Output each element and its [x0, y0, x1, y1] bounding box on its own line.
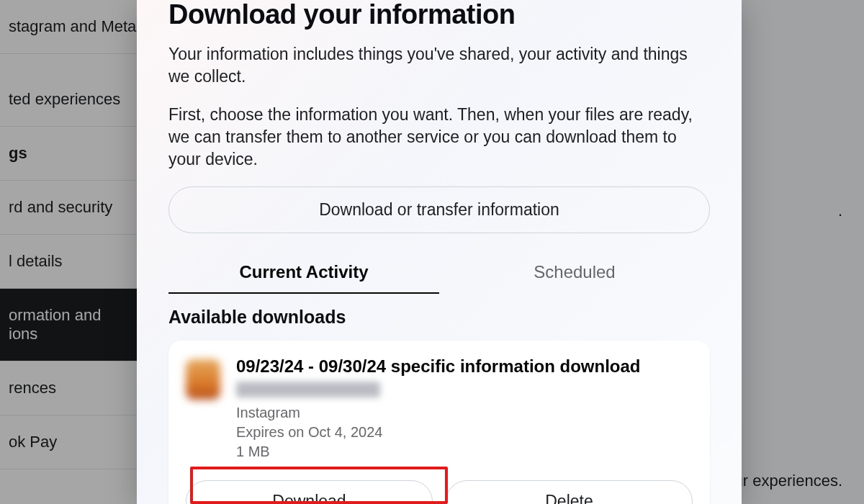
- download-info-modal: Download your information Your informati…: [137, 0, 742, 504]
- modal-title: Download your information: [168, 0, 710, 30]
- download-item-size: 1 MB: [236, 442, 693, 462]
- available-downloads-heading: Available downloads: [168, 307, 710, 328]
- download-or-transfer-button[interactable]: Download or transfer information: [168, 186, 710, 233]
- delete-button[interactable]: Delete: [446, 480, 693, 504]
- tab-scheduled[interactable]: Scheduled: [439, 255, 710, 294]
- tab-current-activity[interactable]: Current Activity: [168, 255, 439, 294]
- modal-description-1: Your information includes things you've …: [168, 43, 710, 88]
- modal-description-2: First, choose the information you want. …: [168, 104, 710, 171]
- avatar: [186, 359, 220, 400]
- download-item-platform: Instagram: [236, 403, 693, 423]
- download-item-title: 09/23/24 - 09/30/24 specific information…: [236, 356, 693, 377]
- download-item-expires: Expires on Oct 4, 2024: [236, 423, 693, 442]
- blurred-username: [236, 382, 380, 397]
- tabs-container: Current Activity Scheduled: [168, 255, 710, 294]
- download-card: 09/23/24 - 09/30/24 specific information…: [168, 341, 710, 504]
- download-button[interactable]: Download: [186, 480, 433, 504]
